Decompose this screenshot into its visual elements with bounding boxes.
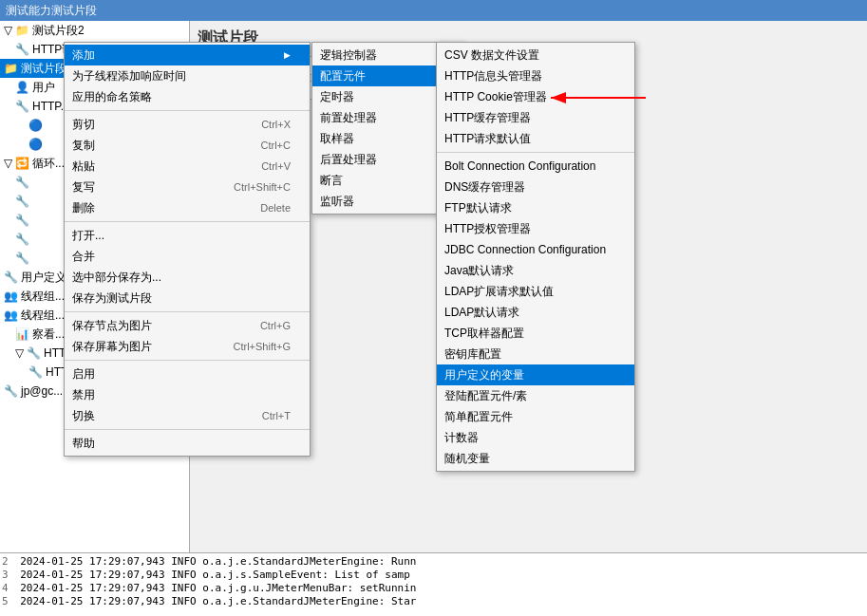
http-icon: 🔧 — [15, 43, 29, 56]
tree-label: 线程组... — [21, 308, 65, 324]
folder-icon: 📁 — [4, 62, 18, 75]
menu-label: TCP取样器配置 — [444, 326, 524, 342]
menu-item-add-response-time[interactable]: 为子线程添加响应时间 — [65, 65, 310, 86]
menu-item-paste[interactable]: 粘贴 Ctrl+V — [65, 156, 310, 177]
menu-label: CSV 数据文件设置 — [444, 47, 539, 64]
menu-item-save-as-fragment[interactable]: 保存为测试片段 — [65, 288, 310, 308]
config-csv[interactable]: CSV 数据文件设置 — [437, 45, 634, 65]
config-tcp-sampler[interactable]: TCP取样器配置 — [437, 323, 634, 344]
menu-label: 选中部分保存为... — [72, 270, 161, 286]
menu-item-enable[interactable]: 启用 — [65, 364, 310, 384]
menu-label: LDAP默认请求 — [444, 305, 519, 321]
separator3 — [65, 311, 310, 312]
menu-label: HTTP授权管理器 — [444, 221, 531, 237]
title-bar: 测试能力测试片段 — [0, 0, 867, 21]
config-login[interactable]: 登陆配置元件/素 — [437, 385, 634, 406]
menu-label: 删除 — [72, 200, 95, 216]
menu-item-save-selection[interactable]: 选中部分保存为... — [65, 267, 310, 288]
icon: 🔧 — [15, 233, 29, 246]
menu-item-overwrite[interactable]: 复写 Ctrl+Shift+C — [65, 177, 310, 197]
icon: 🔧 — [4, 271, 18, 284]
menu-label: HTTP请求默认值 — [444, 131, 531, 147]
menu-label: 粘贴 — [72, 159, 95, 175]
menu-label: 禁用 — [72, 387, 95, 403]
config-http-defaults[interactable]: HTTP请求默认值 — [437, 128, 634, 149]
menu-item-merge[interactable]: 合并 — [65, 246, 310, 267]
menu-label: 切换 — [72, 408, 95, 424]
log-text: 2024-01-25 17:29:07,943 INFO o.a.j.e.Sta… — [20, 555, 416, 568]
config-random-var[interactable]: 随机变量 — [437, 448, 634, 469]
config-ldap-defaults[interactable]: LDAP默认请求 — [437, 302, 634, 323]
menu-label: 取样器 — [320, 131, 354, 147]
menu-label: Java默认请求 — [444, 263, 514, 279]
shortcut-save-screen: Ctrl+Shift+G — [233, 341, 291, 352]
menu-item-disable[interactable]: 禁用 — [65, 384, 310, 405]
menu-label: 剪切 — [72, 117, 95, 133]
icon: 🔧 — [4, 384, 18, 398]
menu-item-naming-strategy[interactable]: 应用的命名策略 — [65, 86, 310, 107]
menu-label: 登陆配置元件/素 — [444, 388, 527, 404]
log-line-2: 3 2024-01-25 17:29:07,943 INFO o.a.j.s.S… — [2, 569, 865, 582]
tree-label: 测试片段2 — [32, 23, 85, 39]
menu-label: 简单配置元件 — [444, 409, 513, 425]
config-ldap-ext[interactable]: LDAP扩展请求默认值 — [437, 281, 634, 302]
menu-item-add[interactable]: 添加 ▶ — [65, 45, 310, 65]
log-text: 2024-01-25 17:29:07,943 INFO o.a.j.e.Sta… — [20, 595, 416, 607]
main-window: 测试能力测试片段 ▽ 📁 测试片段2 🔧 HTTP请求_log/log2 📁 测… — [0, 0, 867, 616]
menu-label: 保存屏幕为图片 — [72, 339, 152, 355]
tree-label: jp@gc... — [21, 384, 63, 398]
tree-item-test-fragment2[interactable]: ▽ 📁 测试片段2 — [0, 21, 189, 40]
menu-label: 后置处理器 — [320, 152, 377, 168]
shortcut-paste: Ctrl+V — [261, 160, 291, 172]
shortcut-cut: Ctrl+X — [261, 119, 291, 130]
config-http-auth[interactable]: HTTP授权管理器 — [437, 218, 634, 239]
config-user-defined[interactable]: 用户定义的变量 — [437, 364, 634, 385]
arrow-svg — [541, 84, 655, 112]
menu-label: 监听器 — [320, 194, 354, 210]
menu-item-open[interactable]: 打开... — [65, 225, 310, 246]
icon: 👥 — [4, 308, 18, 322]
config-jdbc[interactable]: JDBC Connection Configuration — [437, 239, 634, 260]
config-bolt-connection[interactable]: Bolt Connection Configuration — [437, 156, 634, 177]
config-simple[interactable]: 简单配置元件 — [437, 406, 634, 427]
menu-item-save-node-img[interactable]: 保存节点为图片 Ctrl+G — [65, 315, 310, 336]
menu-label: FTP默认请求 — [444, 200, 512, 216]
log-num: 5 — [2, 595, 9, 607]
log-line-4: 5 2024-01-25 17:29:07,943 INFO o.a.j.e.S… — [2, 595, 865, 608]
menu-label: 计数器 — [444, 430, 479, 446]
menu-label: LDAP扩展请求默认值 — [444, 284, 554, 300]
log-num: 2 — [2, 555, 9, 568]
shortcut-toggle: Ctrl+T — [262, 410, 291, 421]
menu-item-copy[interactable]: 复制 Ctrl+C — [65, 135, 310, 156]
context-menu-main: 添加 ▶ 为子线程添加响应时间 应用的命名策略 剪切 Ctrl+X 复制 Ctr… — [64, 42, 311, 457]
menu-item-toggle[interactable]: 切换 Ctrl+T — [65, 405, 310, 426]
menu-label: 用户定义的变量 — [444, 367, 524, 383]
sub-icon: 🔵 — [28, 119, 43, 132]
log-num: 3 — [2, 569, 9, 581]
menu-label: 定时器 — [320, 89, 354, 105]
icon: 🔧 — [15, 252, 29, 265]
config-java-defaults[interactable]: Java默认请求 — [437, 260, 634, 281]
log-text: 2024-01-25 17:29:07,943 INFO o.a.j.s.Sam… — [20, 569, 410, 581]
separator4 — [65, 360, 310, 361]
config-ftp-defaults[interactable]: FTP默认请求 — [437, 197, 634, 218]
menu-item-help[interactable]: 帮助 — [65, 433, 310, 454]
arrow-annotation — [541, 84, 655, 115]
config-dns-cache[interactable]: DNS缓存管理器 — [437, 177, 634, 197]
menu-item-cut[interactable]: 剪切 Ctrl+X — [65, 114, 310, 135]
shortcut-copy: Ctrl+C — [261, 140, 291, 151]
menu-item-delete[interactable]: 删除 Delete — [65, 197, 310, 218]
submenu-arrow: ▶ — [284, 50, 291, 60]
menu-label: JDBC Connection Configuration — [444, 243, 606, 256]
menu-item-save-screen-img[interactable]: 保存屏幕为图片 Ctrl+Shift+G — [65, 336, 310, 357]
log-text: 2024-01-25 17:29:07,943 INFO o.a.j.g.u.J… — [20, 582, 416, 594]
user-icon: 👤 — [15, 81, 29, 94]
menu-label: 为子线程添加响应时间 — [72, 68, 186, 84]
config-keystore[interactable]: 密钥库配置 — [437, 344, 634, 364]
menu-label: 前置处理器 — [320, 110, 377, 126]
config-counter[interactable]: 计数器 — [437, 427, 634, 448]
sub-icon: 🔵 — [28, 138, 43, 151]
tree-label: 用户 — [32, 80, 55, 96]
title-text: 测试能力测试片段 — [6, 3, 97, 19]
icon: 🔧 — [15, 176, 29, 189]
